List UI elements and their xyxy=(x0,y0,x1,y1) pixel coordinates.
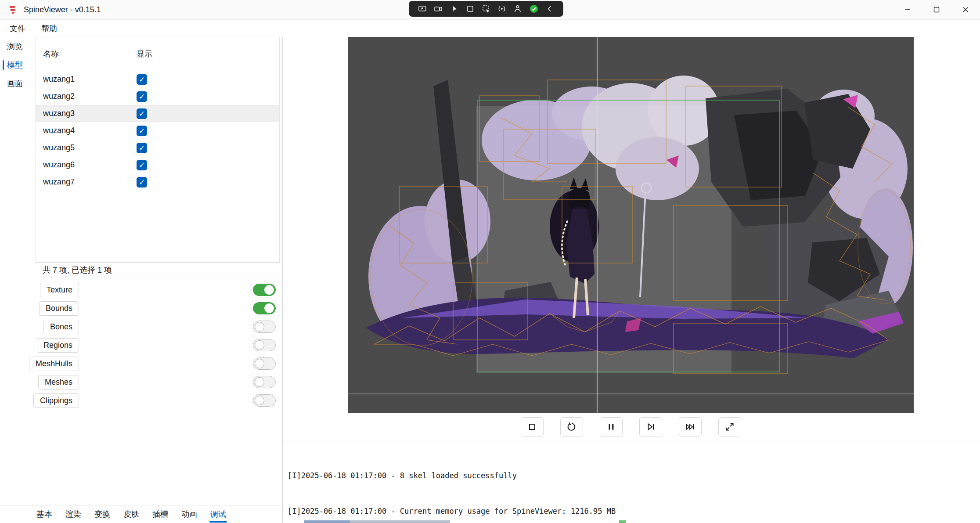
menu-file[interactable]: 文件 xyxy=(4,21,32,36)
tab-render[interactable]: 渲染 xyxy=(59,505,88,523)
screen-share-icon[interactable] xyxy=(417,3,428,14)
toggle-label-meshes: Meshes xyxy=(38,375,79,390)
selection-status: 共 7 项, 已选择 1 项 xyxy=(36,263,280,277)
model-name: wuzang1 xyxy=(36,75,137,84)
model-list-panel: 名称 显示 wuzang1 wuzang2 wuzang3 wuzang4 wu… xyxy=(36,37,280,263)
bones-toggle[interactable] xyxy=(253,321,276,333)
pause-icon xyxy=(606,422,616,432)
toggle-row: Meshes xyxy=(0,373,282,391)
taskbar-peek xyxy=(304,520,350,523)
chevron-left-icon[interactable] xyxy=(544,3,555,14)
model-name: wuzang3 xyxy=(36,109,137,118)
toggle-label-texture: Texture xyxy=(40,283,79,297)
pause-button[interactable] xyxy=(600,417,623,436)
visibility-checkbox[interactable] xyxy=(137,143,147,153)
taskbar-peek xyxy=(619,520,626,523)
close-button[interactable] xyxy=(951,0,980,19)
step-forward-button[interactable] xyxy=(639,417,662,436)
preview-canvas[interactable] xyxy=(348,37,914,413)
model-list-header: 名称 显示 xyxy=(36,37,279,71)
toggle-row: Clippings xyxy=(0,391,282,410)
title-bar: SpineViewer - v0.15.1 xyxy=(0,0,980,20)
nav-item-screen[interactable]: 画面 xyxy=(0,74,30,93)
expand-icon xyxy=(724,422,735,432)
bounds-toggle[interactable] xyxy=(253,302,276,314)
model-name: wuzang6 xyxy=(36,160,137,170)
toggle-row: Regions xyxy=(0,336,282,354)
meshhulls-toggle[interactable] xyxy=(253,357,276,370)
nav-item-model[interactable]: 模型 xyxy=(0,56,30,74)
fullscreen-button[interactable] xyxy=(718,417,741,436)
column-header-visible: 显示 xyxy=(137,49,152,59)
stop-button[interactable] xyxy=(521,417,544,436)
toggle-row: MeshHulls xyxy=(0,354,282,373)
toggle-row: Texture xyxy=(0,281,282,299)
nav-item-browse[interactable]: 浏览 xyxy=(0,37,30,56)
region-select-icon[interactable] xyxy=(480,3,492,14)
playback-controls xyxy=(348,417,914,436)
nav-item-label: 浏览 xyxy=(7,41,23,52)
tab-basic[interactable]: 基本 xyxy=(30,505,59,523)
visibility-checkbox[interactable] xyxy=(137,160,147,170)
menu-bar: 文件 帮助 xyxy=(0,20,980,37)
toggle-label-clippings: Clippings xyxy=(33,393,79,408)
menu-help[interactable]: 帮助 xyxy=(35,21,63,36)
skip-forward-icon xyxy=(685,422,695,432)
panel-divider xyxy=(282,37,283,523)
column-header-name: 名称 xyxy=(36,49,137,59)
frame-icon[interactable] xyxy=(465,3,476,14)
log-divider xyxy=(283,441,980,441)
visibility-checkbox[interactable] xyxy=(137,74,147,85)
click-indicator-icon[interactable] xyxy=(496,3,508,14)
spine-render xyxy=(348,37,914,413)
cursor-icon[interactable] xyxy=(449,3,460,14)
log-line: [I]2025-06-18 01:17:00 - Current memory … xyxy=(288,505,973,517)
property-tabbar: 基本 渲染 变换 皮肤 插槽 动画 调试 xyxy=(0,505,282,523)
tab-debug[interactable]: 调试 xyxy=(204,505,233,523)
table-row[interactable]: wuzang3 xyxy=(36,105,279,122)
nav-item-label: 画面 xyxy=(7,78,23,89)
minimize-button[interactable] xyxy=(893,0,922,19)
model-name: wuzang4 xyxy=(36,126,137,135)
toggle-row: Bounds xyxy=(0,299,282,317)
step-forward-icon xyxy=(645,422,656,432)
accessibility-icon[interactable] xyxy=(512,3,523,14)
toggle-label-meshhulls: MeshHulls xyxy=(29,357,79,371)
visibility-checkbox[interactable] xyxy=(137,108,147,119)
tab-skin[interactable]: 皮肤 xyxy=(117,505,146,523)
window-title: SpineViewer - v0.15.1 xyxy=(24,5,101,14)
tab-animation[interactable]: 动画 xyxy=(175,505,204,523)
table-row[interactable]: wuzang4 xyxy=(36,122,279,139)
toggle-label-bounds: Bounds xyxy=(39,301,79,316)
status-check-icon[interactable] xyxy=(528,3,540,14)
clippings-toggle[interactable] xyxy=(253,394,276,407)
tab-transform[interactable]: 变换 xyxy=(88,505,117,523)
log-output: [I]2025-06-18 01:17:00 - 8 skel loaded s… xyxy=(288,446,973,523)
regions-toggle[interactable] xyxy=(253,339,276,351)
reset-button[interactable] xyxy=(560,417,583,436)
table-row[interactable]: wuzang1 xyxy=(36,71,279,88)
visibility-checkbox[interactable] xyxy=(137,126,147,136)
table-row[interactable]: wuzang5 xyxy=(36,139,279,156)
table-row[interactable]: wuzang6 xyxy=(36,156,279,173)
toggle-label-regions: Regions xyxy=(37,338,79,353)
video-camera-icon[interactable] xyxy=(432,3,444,14)
capture-toolbar[interactable] xyxy=(409,1,563,17)
texture-toggle[interactable] xyxy=(253,284,276,296)
model-name: wuzang5 xyxy=(36,143,137,152)
model-name: wuzang2 xyxy=(36,92,137,101)
meshes-toggle[interactable] xyxy=(253,376,276,388)
visibility-checkbox[interactable] xyxy=(137,177,147,188)
stop-square-icon xyxy=(527,422,537,432)
model-name: wuzang7 xyxy=(36,177,137,187)
log-line: [I]2025-06-18 01:17:00 - 8 skel loaded s… xyxy=(288,470,973,482)
app-logo-icon xyxy=(8,4,18,15)
visibility-checkbox[interactable] xyxy=(137,91,147,102)
tab-slot[interactable]: 插槽 xyxy=(146,505,175,523)
table-row[interactable]: wuzang7 xyxy=(36,173,279,191)
maximize-button[interactable] xyxy=(922,0,951,19)
skip-forward-button[interactable] xyxy=(679,417,702,436)
toggle-label-bones: Bones xyxy=(43,320,79,334)
table-row[interactable]: wuzang2 xyxy=(36,88,279,105)
taskbar-peek xyxy=(350,520,450,523)
